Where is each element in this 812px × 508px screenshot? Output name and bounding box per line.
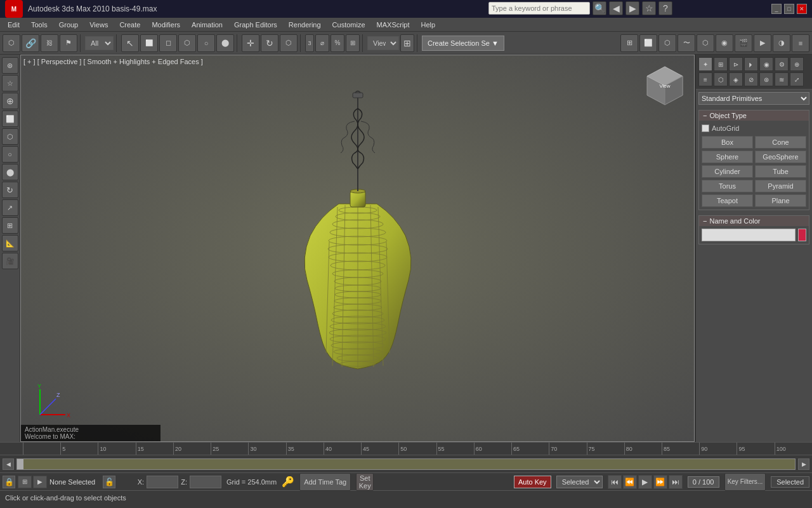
render-setup-button[interactable]: 🎬 [735, 34, 752, 52]
lt-fence[interactable]: ⬡ [2, 128, 18, 145]
mirror-button[interactable]: ⬜ [639, 34, 657, 52]
panel-modify-icon[interactable]: ⊞ [714, 57, 728, 71]
obj-btn-geosphere[interactable]: GeoSphere [755, 150, 806, 163]
lt-lasso[interactable]: ○ [2, 146, 18, 163]
menu-customize[interactable]: Customize [327, 20, 370, 30]
bookmark-button[interactable]: ☆ [642, 1, 656, 15]
obj-btn-box[interactable]: Box [702, 136, 753, 149]
select-filter-button[interactable]: ⬡ [3, 34, 20, 52]
unlink-button[interactable]: ⛓ [41, 34, 58, 52]
filter-dropdown[interactable]: All [85, 36, 114, 50]
render-button[interactable]: ▶ [754, 34, 771, 52]
panel-create-icon[interactable]: ✦ [698, 57, 712, 71]
auto-key-button[interactable]: Auto Key [514, 476, 551, 488]
more-tools[interactable]: ≡ [792, 34, 809, 52]
anim-mode-button[interactable]: ▶ [33, 476, 47, 488]
move-button[interactable]: ✛ [242, 34, 259, 52]
bind-button[interactable]: ⚑ [60, 34, 77, 52]
snap-angle[interactable]: ⌀ [315, 34, 329, 52]
obj-btn-cone[interactable]: Cone [755, 136, 806, 149]
x-coord-input[interactable] [147, 476, 178, 488]
lt-measure[interactable]: 📐 [2, 235, 18, 251]
lt-select[interactable]: ☆ [2, 75, 18, 91]
minimize-button[interactable]: _ [771, 4, 782, 14]
lt-paint[interactable]: ⬤ [2, 164, 18, 180]
lt-rotate[interactable]: ↻ [2, 182, 18, 198]
object-type-header[interactable]: − Object Type [699, 110, 809, 121]
set-key-button[interactable]: Set Key [356, 473, 374, 491]
array-button[interactable]: ⬡ [658, 34, 676, 52]
scrub-handle[interactable] [17, 459, 23, 469]
search-prev-button[interactable]: ◀ [609, 1, 623, 15]
menu-views[interactable]: Views [84, 20, 113, 30]
obj-btn-plane[interactable]: Plane [755, 194, 806, 207]
panel-extra3[interactable]: ⬡ [714, 72, 728, 86]
panel-motion-icon[interactable]: ⏵ [744, 57, 758, 71]
menu-modifiers[interactable]: Modifiers [147, 20, 185, 30]
menu-tools[interactable]: Tools [26, 20, 53, 30]
snap-percent[interactable]: % [331, 34, 344, 52]
panel-extra8[interactable]: ⤢ [790, 72, 804, 86]
cube-preview[interactable]: View [641, 60, 689, 109]
next-frame-button[interactable]: ⏩ [653, 475, 667, 489]
lt-camera[interactable]: 🎥 [2, 253, 18, 269]
menu-group[interactable]: Group [54, 20, 84, 30]
obj-btn-teapot[interactable]: Teapot [702, 194, 753, 207]
panel-extra2[interactable]: ≡ [698, 72, 712, 86]
rotate-button[interactable]: ↻ [261, 34, 278, 52]
help-button[interactable]: ? [658, 1, 672, 15]
panel-extra1[interactable]: ⊕ [790, 57, 804, 71]
select-region-button[interactable]: ⬜ [140, 34, 158, 52]
obj-btn-cylinder[interactable]: Cylinder [702, 165, 753, 178]
key-mode-button[interactable]: ⊞ [18, 476, 32, 488]
obj-btn-torus[interactable]: Torus [702, 180, 753, 192]
curve-editor-button[interactable]: 〜 [678, 34, 695, 52]
viewport[interactable]: [ + ] [ Perspective ] [ Smooth + Highlig… [20, 55, 695, 442]
panel-extra6[interactable]: ⊛ [759, 72, 773, 86]
menu-maxscript[interactable]: MAXScript [372, 20, 415, 30]
scale-button[interactable]: ⬡ [280, 34, 298, 52]
name-and-color-header[interactable]: − Name and Color [699, 216, 809, 226]
play-button[interactable]: ▶ [638, 475, 652, 489]
paint-button[interactable]: ⬤ [216, 34, 234, 52]
activeshade-button[interactable]: ◑ [773, 34, 790, 52]
search-input[interactable] [488, 2, 590, 15]
obj-btn-sphere[interactable]: Sphere [702, 150, 753, 163]
material-editor-button[interactable]: ◉ [716, 34, 733, 52]
key-icon[interactable]: 🔑 [282, 476, 294, 488]
search-next-button[interactable]: ▶ [625, 1, 639, 15]
lt-region[interactable]: ⬜ [2, 110, 18, 127]
menu-help[interactable]: Help [416, 20, 441, 30]
snap-button[interactable]: ⊞ [346, 34, 360, 52]
goto-end-button[interactable]: ⏭ [669, 475, 683, 489]
menu-graph-editors[interactable]: Graph Editors [229, 20, 282, 30]
region-type-button[interactable]: ◻ [159, 34, 177, 52]
view-settings[interactable]: ⊞ [400, 34, 414, 52]
add-time-tag-button[interactable]: Add Time Tag [299, 473, 351, 491]
transform-toggle[interactable]: 3 [305, 34, 314, 52]
select-button[interactable]: ↖ [121, 34, 139, 52]
panel-display-icon[interactable]: ◉ [759, 57, 773, 71]
menu-create[interactable]: Create [114, 20, 145, 30]
selected-dropdown[interactable]: Selected [556, 476, 603, 488]
scrub-track[interactable] [16, 458, 796, 470]
search-button[interactable]: 🔍 [593, 1, 606, 15]
scrub-left-button[interactable]: ◀ [3, 458, 14, 470]
lock-button[interactable]: 🔒 [3, 476, 15, 488]
lt-scale[interactable]: ↗ [2, 199, 18, 216]
primitive-type-dropdown[interactable]: Standard Primitives [698, 92, 809, 105]
autogrid-checkbox[interactable] [702, 124, 709, 132]
key-filters-button[interactable]: Key Filters... [724, 473, 766, 491]
object-name-input[interactable] [702, 229, 796, 241]
color-swatch[interactable] [798, 229, 806, 241]
menu-rendering[interactable]: Rendering [284, 20, 326, 30]
z-coord-input[interactable] [190, 476, 221, 488]
link-button[interactable]: 🔗 [22, 34, 39, 52]
obj-btn-pyramid[interactable]: Pyramid [755, 180, 806, 192]
panel-hierarchy-icon[interactable]: ⊳ [729, 57, 743, 71]
lt-link[interactable]: ⊛ [2, 57, 18, 74]
lasso-button[interactable]: ○ [197, 34, 215, 52]
obj-btn-tube[interactable]: Tube [755, 165, 806, 178]
create-selection-button[interactable]: Create Selection Se ▼ [422, 36, 504, 51]
goto-start-button[interactable]: ⏮ [608, 475, 622, 489]
